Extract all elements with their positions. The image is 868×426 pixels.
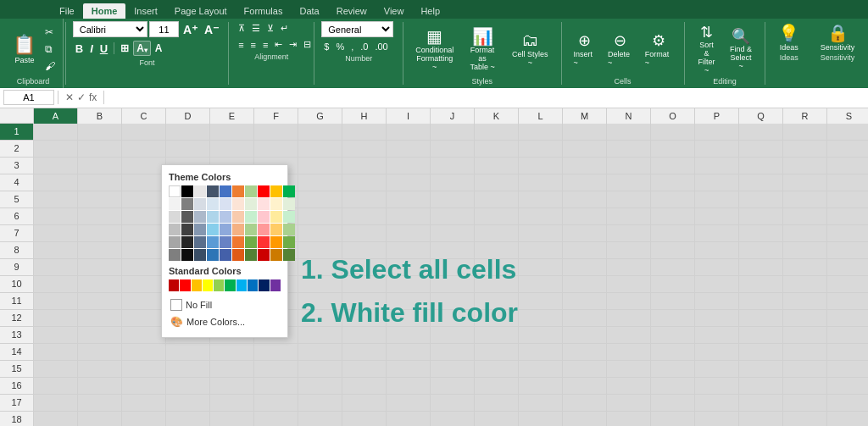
col-header-J[interactable]: J (431, 108, 475, 124)
cell-A5[interactable] (34, 191, 78, 208)
cell-F15[interactable] (254, 361, 298, 378)
cell-A1[interactable] (34, 124, 78, 141)
cell-D16[interactable] (166, 378, 210, 395)
cell-C13[interactable] (122, 327, 166, 344)
cell-L3[interactable] (519, 158, 563, 174)
cell-J10[interactable] (431, 276, 475, 293)
col-header-F[interactable]: F (254, 108, 298, 124)
theme-color-0-8[interactable] (270, 185, 282, 197)
cell-J2[interactable] (431, 141, 475, 158)
theme-color-4-8[interactable] (270, 236, 282, 248)
cell-K3[interactable] (475, 158, 519, 174)
theme-color-3-6[interactable] (245, 224, 257, 235)
cut-button[interactable]: ✂ (42, 25, 58, 40)
theme-color-0-6[interactable] (245, 185, 257, 197)
font-size-input[interactable] (149, 21, 179, 37)
cell-N1[interactable] (607, 124, 651, 141)
cell-K4[interactable] (475, 174, 519, 191)
theme-color-5-4[interactable] (220, 249, 231, 261)
row-header-8[interactable]: 8 (0, 242, 34, 259)
cell-I3[interactable] (387, 158, 431, 174)
cell-B17[interactable] (78, 395, 122, 412)
cell-R2[interactable] (783, 141, 827, 158)
cell-J13[interactable] (431, 327, 475, 344)
cell-G1[interactable] (298, 124, 342, 141)
theme-color-2-4[interactable] (220, 211, 231, 223)
cell-B5[interactable] (78, 191, 122, 208)
theme-color-4-9[interactable] (283, 236, 295, 248)
cell-J16[interactable] (431, 378, 475, 395)
align-bottom-button[interactable]: ⊻ (264, 21, 276, 36)
cell-B4[interactable] (78, 174, 122, 191)
theme-color-3-4[interactable] (220, 224, 231, 235)
theme-color-0-2[interactable] (194, 185, 206, 197)
cell-N15[interactable] (607, 361, 651, 378)
cell-E18[interactable] (210, 412, 254, 426)
cell-K17[interactable] (475, 395, 519, 412)
cell-I9[interactable] (387, 259, 431, 276)
cell-L15[interactable] (519, 361, 563, 378)
standard-color-9[interactable] (270, 279, 281, 291)
cell-R13[interactable] (783, 327, 827, 344)
theme-color-5-3[interactable] (207, 249, 219, 261)
cell-N5[interactable] (607, 191, 651, 208)
cell-D15[interactable] (166, 361, 210, 378)
cell-L16[interactable] (519, 378, 563, 395)
cell-G10[interactable] (298, 276, 342, 293)
cell-Q18[interactable] (739, 412, 783, 426)
cell-E2[interactable] (210, 141, 254, 158)
conditional-formatting-button[interactable]: ▦ Conditional Formatting ~ (410, 25, 459, 74)
cell-J11[interactable] (431, 293, 475, 310)
cell-P4[interactable] (695, 174, 739, 191)
cell-A9[interactable] (34, 259, 78, 276)
cell-G8[interactable] (298, 242, 342, 259)
theme-color-5-0[interactable] (169, 249, 181, 261)
theme-color-4-7[interactable] (258, 236, 270, 248)
more-colors-row[interactable]: 🎨 More Colors... (169, 313, 281, 330)
cell-F2[interactable] (254, 141, 298, 158)
cell-Q17[interactable] (739, 395, 783, 412)
theme-color-4-2[interactable] (194, 236, 206, 248)
cell-G15[interactable] (298, 361, 342, 378)
cell-S14[interactable] (827, 344, 868, 361)
theme-color-1-6[interactable] (245, 198, 257, 210)
number-format-select[interactable]: General (321, 21, 393, 37)
insert-button[interactable]: ⊕ Insert ~ (568, 30, 601, 69)
row-header-16[interactable]: 16 (0, 378, 34, 395)
cell-P5[interactable] (695, 191, 739, 208)
theme-color-5-7[interactable] (258, 249, 270, 261)
cell-C4[interactable] (122, 174, 166, 191)
cell-D17[interactable] (166, 395, 210, 412)
cell-C11[interactable] (122, 293, 166, 310)
cell-Q2[interactable] (739, 141, 783, 158)
row-header-14[interactable]: 14 (0, 344, 34, 361)
cell-H12[interactable] (342, 310, 387, 327)
cell-I7[interactable] (387, 225, 431, 242)
cell-I8[interactable] (387, 242, 431, 259)
standard-color-1[interactable] (180, 279, 190, 291)
cell-N10[interactable] (607, 276, 651, 293)
cell-N8[interactable] (607, 242, 651, 259)
decrease-decimal-button[interactable]: .0 (358, 40, 370, 53)
cell-J8[interactable] (431, 242, 475, 259)
standard-color-7[interactable] (248, 279, 258, 291)
theme-color-4-0[interactable] (169, 236, 181, 248)
format-button[interactable]: ⚙ Format ~ (640, 30, 677, 69)
cell-H2[interactable] (342, 141, 387, 158)
theme-color-2-3[interactable] (207, 211, 219, 223)
cancel-formula-icon[interactable]: ✕ (65, 91, 74, 103)
sensitivity-button[interactable]: 🔒 Sensitivity (815, 21, 860, 53)
cell-H15[interactable] (342, 361, 387, 378)
cell-B13[interactable] (78, 327, 122, 344)
cell-S7[interactable] (827, 225, 868, 242)
cell-E16[interactable] (210, 378, 254, 395)
cell-O1[interactable] (651, 124, 695, 141)
cell-S6[interactable] (827, 208, 868, 225)
cell-M13[interactable] (563, 327, 607, 344)
cell-L2[interactable] (519, 141, 563, 158)
cell-J14[interactable] (431, 344, 475, 361)
cell-P16[interactable] (695, 378, 739, 395)
cell-N14[interactable] (607, 344, 651, 361)
cell-S13[interactable] (827, 327, 868, 344)
cell-P12[interactable] (695, 310, 739, 327)
